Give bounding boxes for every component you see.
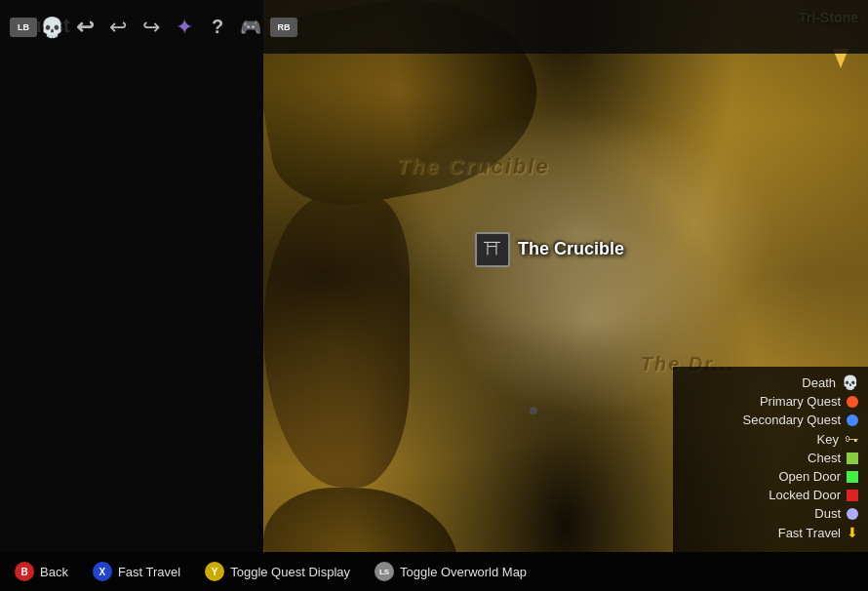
crucible-bg-text: The Crucible (396, 154, 549, 179)
legend-panel: Death 💀 Primary Quest Secondary Quest Ke… (673, 367, 868, 552)
fast-travel-icon: ⬇ (847, 525, 858, 540)
legend-death-label: Death (802, 375, 836, 390)
nav-icons: 💀 ↩ ↩ ↪ ✦ ? 🎮 (37, 13, 265, 42)
crucible-icon (475, 232, 510, 267)
toggle-quest-button[interactable]: Y Toggle Quest Display (205, 562, 350, 581)
legend-key: Key 🗝 (683, 431, 858, 447)
bottom-bar: B Back X Fast Travel Y Toggle Quest Disp… (0, 552, 868, 591)
crucible-marker[interactable]: The Crucible (475, 232, 624, 267)
legend-fast-travel: Fast Travel ⬇ (683, 525, 858, 540)
skull-icon[interactable]: 💀 (37, 13, 66, 42)
crucible-marker-label: The Crucible (518, 239, 624, 259)
dust-icon (847, 508, 858, 520)
legend-open-door: Open Door (683, 469, 858, 484)
locked-door-icon (847, 490, 858, 501)
rb-button[interactable]: RB (270, 18, 297, 37)
legend-key-label: Key (817, 432, 839, 447)
x-button-icon: X (93, 562, 112, 581)
legend-primary-quest: Primary Quest (683, 394, 858, 409)
secondary-quest-icon (847, 414, 858, 426)
legend-fast-travel-label: Fast Travel (778, 526, 841, 540)
hook2-icon[interactable]: ↩ (103, 13, 133, 42)
back-label: Back (40, 565, 68, 579)
toggle-quest-label: Toggle Quest Display (230, 565, 350, 579)
toggle-overworld-button[interactable]: LS Toggle Overworld Map (375, 562, 527, 581)
top-nav: LB 💀 ↩ ↩ ↪ ✦ ? 🎮 RB (0, 0, 868, 54)
lb-button[interactable]: LB (10, 18, 37, 37)
legend-chest-label: Chest (808, 451, 841, 465)
toggle-overworld-label: Toggle Overworld Map (400, 565, 527, 579)
b-button-icon: B (15, 562, 34, 581)
fast-travel-label: Fast Travel (118, 565, 180, 579)
legend-locked-door: Locked Door (683, 488, 858, 502)
left-panel: Quest (0, 0, 263, 552)
hook3-icon[interactable]: ↪ (137, 13, 166, 42)
legend-death: Death 💀 (683, 374, 858, 390)
legend-secondary-quest: Secondary Quest (683, 413, 858, 427)
legend-locked-door-label: Locked Door (769, 488, 841, 502)
chest-icon (847, 453, 858, 464)
map-dot-marker (530, 407, 537, 414)
key-icon: 🗝 (845, 431, 858, 447)
back-button[interactable]: B Back (15, 562, 68, 581)
ls-button-icon: LS (375, 562, 394, 581)
legend-chest: Chest (683, 451, 858, 465)
legend-secondary-label: Secondary Quest (743, 413, 841, 427)
primary-quest-icon (847, 396, 858, 408)
land-mass-bottom-left (263, 488, 458, 552)
fast-travel-button[interactable]: X Fast Travel (93, 562, 180, 581)
legend-open-door-label: Open Door (778, 469, 841, 484)
controller-icon[interactable]: 🎮 (236, 13, 265, 42)
question-icon[interactable]: ? (203, 13, 232, 42)
legend-primary-label: Primary Quest (760, 394, 841, 409)
death-icon: 💀 (842, 374, 858, 390)
quest-compass-icon[interactable]: ✦ (170, 13, 199, 42)
open-door-icon (847, 471, 858, 483)
legend-dust-label: Dust (814, 506, 841, 521)
y-button-icon: Y (205, 562, 224, 581)
legend-dust: Dust (683, 506, 858, 521)
hook1-icon[interactable]: ↩ (70, 13, 99, 42)
